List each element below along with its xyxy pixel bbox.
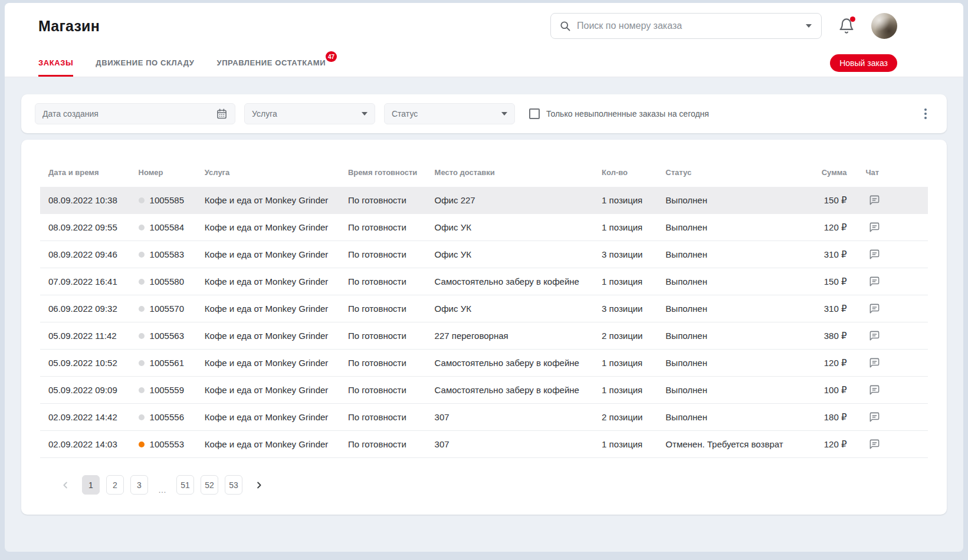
cell-readiness: По готовности [348,439,435,449]
cell-datetime: 05.09.2022 10:52 [48,358,139,368]
more-options-button[interactable] [922,106,929,121]
table-row[interactable]: 05.09.2022 11:421005563Кофе и еда от Mon… [40,322,928,350]
order-number: 1005583 [150,249,184,259]
table-row[interactable]: 05.09.2022 10:521005561Кофе и еда от Mon… [40,350,928,377]
cell-datetime: 06.09.2022 09:32 [48,304,139,314]
table-row[interactable]: 02.09.2022 14:031005553Кофе и еда от Mon… [40,431,928,458]
tab-stock-movement[interactable]: ДВИЖЕНИЕ ПО СКЛАДУ [96,49,194,77]
search-chevron-down-icon[interactable] [806,24,812,28]
chat-button[interactable] [869,384,880,396]
page-button-53[interactable]: 53 [225,475,242,495]
tab-orders[interactable]: ЗАКАЗЫ [38,49,73,77]
chat-button[interactable] [869,357,880,368]
cell-sum: 310 ₽ [812,304,846,314]
order-status-dot [139,225,145,230]
order-search[interactable] [550,13,822,39]
cell-readiness: По готовности [348,249,435,259]
cell-datetime: 08.09.2022 09:46 [48,249,139,259]
checkbox-box[interactable] [529,108,540,119]
cell-chat [865,303,883,314]
tabs: ЗАКАЗЫДВИЖЕНИЕ ПО СКЛАДУУПРАВЛЕНИЕ ОСТАТ… [38,49,326,77]
table-row[interactable]: 08.09.2022 09:461005583Кофе и еда от Mon… [40,241,928,268]
cell-status: Выполнен [665,358,812,368]
page-title: Магазин [38,18,100,35]
page-button-51[interactable]: 51 [176,475,194,495]
table-header: Дата и времяНомерУслугаВремя готовностиМ… [40,140,928,187]
table-row[interactable]: 05.09.2022 09:091005559Кофе и еда от Mon… [40,377,928,404]
service-filter-select[interactable]: Услуга [244,103,375,124]
cell-service: Кофе и еда от Monkey Grinder [205,304,348,314]
date-filter-input[interactable]: Дата создания [35,103,235,124]
chat-icon [869,249,880,260]
chat-button[interactable] [869,222,880,233]
cell-status: Выполнен [665,304,812,314]
chat-icon [869,330,880,341]
cell-readiness: По готовности [348,195,435,205]
table-row[interactable]: 07.09.2022 16:411005580Кофе и еда от Mon… [40,268,928,295]
cell-chat [865,439,883,450]
user-avatar[interactable] [871,13,897,39]
prev-page-button[interactable] [55,475,76,495]
page-button-3[interactable]: 3 [130,475,148,495]
status-filter-select[interactable]: Статус [384,103,515,124]
chat-button[interactable] [869,276,880,287]
cell-sum: 150 ₽ [812,276,846,287]
cell-chat [865,195,883,206]
cell-readiness: По готовности [348,276,435,286]
chat-icon [869,411,880,423]
chat-button[interactable] [869,411,880,423]
page-button-2[interactable]: 2 [106,475,124,495]
cell-quantity: 1 позиция [602,222,665,232]
cell-status: Выполнен [665,276,812,286]
table-row[interactable]: 06.09.2022 09:321005570Кофе и еда от Mon… [40,295,928,322]
chevron-down-icon [362,112,367,116]
chat-icon [869,384,880,396]
only-pending-checkbox[interactable]: Только невыполненные заказы на сегодня [529,108,709,119]
cell-quantity: 1 позиция [602,195,665,205]
order-number: 1005570 [150,304,184,314]
column-header: Кол-во [602,168,665,177]
chat-icon [869,439,880,450]
next-page-button[interactable] [249,475,269,495]
table-row[interactable]: 08.09.2022 10:381005585Кофе и еда от Mon… [40,187,928,214]
chat-button[interactable] [869,439,880,450]
search-input[interactable] [577,21,800,31]
date-filter-placeholder: Дата создания [42,109,216,118]
cell-chat [865,222,883,233]
cell-delivery-place: Офис 227 [435,195,602,205]
column-header: Услуга [205,168,348,177]
checkbox-label: Только невыполненные заказы на сегодня [546,109,709,118]
new-order-button[interactable]: Новый заказ [830,54,897,72]
chat-button[interactable] [869,249,880,260]
table-row[interactable]: 08.09.2022 09:551005584Кофе и еда от Mon… [40,214,928,241]
chat-button[interactable] [869,303,880,314]
page-button-52[interactable]: 52 [201,475,218,495]
cell-datetime: 08.09.2022 09:55 [48,222,139,232]
column-header: Место доставки [435,168,602,177]
order-number: 1005563 [150,331,184,341]
cell-number: 1005559 [139,385,205,395]
notifications-button[interactable] [838,18,855,34]
service-filter-placeholder: Услуга [252,109,362,118]
cell-number: 1005556 [139,412,205,422]
cell-status: Выполнен [665,412,812,422]
page-ellipsis: … [155,485,170,495]
cell-number: 1005553 [139,439,205,449]
cell-service: Кофе и еда от Monkey Grinder [205,385,348,395]
cell-delivery-place: Самостоятельно заберу в кофейне [435,276,602,286]
tab-stock-management[interactable]: УПРАВЛЕНИЕ ОСТАТКАМИ47 [216,49,326,77]
cell-sum: 380 ₽ [812,331,846,341]
table-row[interactable]: 02.09.2022 14:421005556Кофе и еда от Mon… [40,404,928,431]
chat-icon [869,357,880,368]
cell-datetime: 05.09.2022 09:09 [48,385,139,395]
cell-sum: 100 ₽ [812,385,846,396]
page-button-1[interactable]: 1 [82,475,100,495]
cell-quantity: 3 позиции [602,304,665,314]
cell-delivery-place: Офис УК [435,222,602,232]
cell-sum: 120 ₽ [812,358,846,368]
chat-button[interactable] [869,195,880,206]
cell-chat [865,276,883,287]
chat-button[interactable] [869,330,880,341]
cell-readiness: По готовности [348,412,435,422]
tab-label: ДВИЖЕНИЕ ПО СКЛАДУ [96,58,194,67]
